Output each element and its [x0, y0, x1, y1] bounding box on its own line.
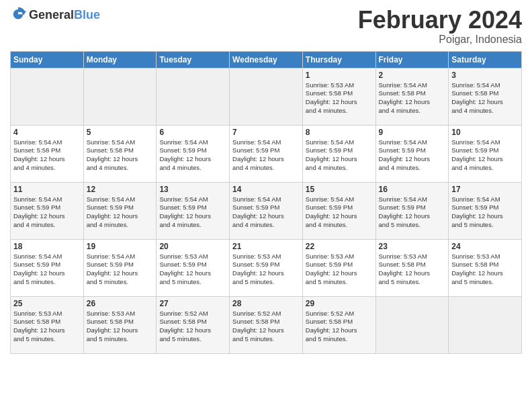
- cell-info: Sunrise: 5:54 AM Sunset: 5:59 PM Dayligh…: [451, 138, 519, 173]
- day-number: 5: [87, 128, 154, 137]
- calendar-table: SundayMondayTuesdayWednesdayThursdayFrid…: [10, 51, 522, 354]
- calendar-cell: 5Sunrise: 5:54 AM Sunset: 5:58 PM Daylig…: [83, 125, 157, 182]
- day-number: 8: [306, 128, 373, 137]
- weekday-header-thursday: Thursday: [302, 51, 375, 68]
- calendar-cell: 10Sunrise: 5:54 AM Sunset: 5:59 PM Dayli…: [449, 125, 522, 182]
- cell-info: Sunrise: 5:53 AM Sunset: 5:58 PM Dayligh…: [13, 310, 81, 344]
- calendar-week-row: 4Sunrise: 5:54 AM Sunset: 5:58 PM Daylig…: [11, 125, 522, 182]
- calendar-cell: [83, 68, 157, 125]
- day-number: 11: [13, 185, 81, 194]
- day-number: 16: [379, 185, 446, 194]
- day-number: 18: [13, 242, 81, 251]
- day-number: 19: [87, 242, 154, 251]
- calendar-cell: 25Sunrise: 5:53 AM Sunset: 5:58 PM Dayli…: [11, 296, 84, 353]
- cell-info: Sunrise: 5:54 AM Sunset: 5:58 PM Dayligh…: [379, 81, 446, 116]
- day-number: 6: [159, 128, 226, 137]
- cell-info: Sunrise: 5:53 AM Sunset: 5:59 PM Dayligh…: [306, 253, 373, 287]
- calendar-cell: [375, 296, 449, 353]
- calendar-cell: 18Sunrise: 5:54 AM Sunset: 5:59 PM Dayli…: [11, 239, 84, 296]
- cell-info: Sunrise: 5:54 AM Sunset: 5:59 PM Dayligh…: [379, 138, 446, 173]
- calendar-cell: 24Sunrise: 5:53 AM Sunset: 5:58 PM Dayli…: [449, 239, 522, 296]
- weekday-header-row: SundayMondayTuesdayWednesdayThursdayFrid…: [11, 51, 522, 68]
- cell-info: Sunrise: 5:54 AM Sunset: 5:58 PM Dayligh…: [451, 81, 519, 116]
- cell-info: Sunrise: 5:54 AM Sunset: 5:59 PM Dayligh…: [13, 195, 81, 230]
- calendar-cell: 15Sunrise: 5:54 AM Sunset: 5:59 PM Dayli…: [302, 182, 375, 239]
- day-number: 15: [306, 185, 373, 194]
- calendar-week-row: 11Sunrise: 5:54 AM Sunset: 5:59 PM Dayli…: [11, 182, 522, 239]
- cell-info: Sunrise: 5:54 AM Sunset: 5:59 PM Dayligh…: [159, 138, 226, 173]
- calendar-cell: [157, 68, 230, 125]
- calendar-cell: 20Sunrise: 5:53 AM Sunset: 5:59 PM Dayli…: [157, 239, 230, 296]
- day-number: 24: [451, 242, 519, 251]
- cell-info: Sunrise: 5:54 AM Sunset: 5:59 PM Dayligh…: [87, 195, 154, 230]
- weekday-header-monday: Monday: [83, 51, 157, 68]
- logo-blue: Blue: [74, 8, 100, 21]
- calendar-cell: [11, 68, 84, 125]
- weekday-header-saturday: Saturday: [449, 51, 522, 68]
- weekday-header-friday: Friday: [375, 51, 449, 68]
- cell-info: Sunrise: 5:53 AM Sunset: 5:58 PM Dayligh…: [87, 310, 154, 344]
- cell-info: Sunrise: 5:54 AM Sunset: 5:59 PM Dayligh…: [159, 195, 226, 230]
- logo-icon: [10, 7, 26, 23]
- calendar-cell: 23Sunrise: 5:53 AM Sunset: 5:58 PM Dayli…: [375, 239, 449, 296]
- page-header: GeneralBlue February 2024 Poigar, Indone…: [10, 7, 522, 46]
- day-number: 10: [451, 128, 519, 137]
- day-number: 13: [159, 185, 226, 194]
- cell-info: Sunrise: 5:54 AM Sunset: 5:59 PM Dayligh…: [379, 195, 446, 230]
- calendar-cell: 21Sunrise: 5:53 AM Sunset: 5:59 PM Dayli…: [230, 239, 303, 296]
- cell-info: Sunrise: 5:54 AM Sunset: 5:58 PM Dayligh…: [13, 138, 81, 173]
- calendar-week-row: 1Sunrise: 5:53 AM Sunset: 5:58 PM Daylig…: [11, 68, 522, 125]
- calendar-cell: [449, 296, 522, 353]
- day-number: 17: [451, 185, 519, 194]
- calendar-cell: 1Sunrise: 5:53 AM Sunset: 5:58 PM Daylig…: [302, 68, 375, 125]
- cell-info: Sunrise: 5:53 AM Sunset: 5:58 PM Dayligh…: [379, 253, 446, 287]
- calendar-cell: 9Sunrise: 5:54 AM Sunset: 5:59 PM Daylig…: [375, 125, 449, 182]
- calendar-cell: 16Sunrise: 5:54 AM Sunset: 5:59 PM Dayli…: [375, 182, 449, 239]
- day-number: 21: [232, 242, 300, 251]
- cell-info: Sunrise: 5:53 AM Sunset: 5:58 PM Dayligh…: [306, 81, 373, 116]
- day-number: 25: [13, 299, 81, 308]
- month-year-title: February 2024: [358, 7, 522, 34]
- calendar-cell: 13Sunrise: 5:54 AM Sunset: 5:59 PM Dayli…: [157, 182, 230, 239]
- calendar-cell: 12Sunrise: 5:54 AM Sunset: 5:59 PM Dayli…: [83, 182, 157, 239]
- cell-info: Sunrise: 5:53 AM Sunset: 5:59 PM Dayligh…: [232, 253, 300, 287]
- calendar-cell: 22Sunrise: 5:53 AM Sunset: 5:59 PM Dayli…: [302, 239, 375, 296]
- day-number: 1: [306, 71, 373, 80]
- day-number: 23: [379, 242, 446, 251]
- cell-info: Sunrise: 5:54 AM Sunset: 5:59 PM Dayligh…: [306, 195, 373, 230]
- cell-info: Sunrise: 5:54 AM Sunset: 5:59 PM Dayligh…: [13, 253, 81, 287]
- cell-info: Sunrise: 5:53 AM Sunset: 5:59 PM Dayligh…: [159, 253, 226, 287]
- cell-info: Sunrise: 5:52 AM Sunset: 5:58 PM Dayligh…: [306, 310, 373, 344]
- weekday-header-sunday: Sunday: [11, 51, 84, 68]
- calendar-cell: 7Sunrise: 5:54 AM Sunset: 5:59 PM Daylig…: [230, 125, 303, 182]
- calendar-cell: 11Sunrise: 5:54 AM Sunset: 5:59 PM Dayli…: [11, 182, 84, 239]
- calendar-cell: 28Sunrise: 5:52 AM Sunset: 5:58 PM Dayli…: [230, 296, 303, 353]
- day-number: 4: [13, 128, 81, 137]
- cell-info: Sunrise: 5:54 AM Sunset: 5:59 PM Dayligh…: [306, 138, 373, 173]
- cell-info: Sunrise: 5:54 AM Sunset: 5:59 PM Dayligh…: [232, 138, 300, 173]
- logo-general: General: [29, 8, 74, 21]
- day-number: 20: [159, 242, 226, 251]
- day-number: 2: [379, 71, 446, 80]
- cell-info: Sunrise: 5:52 AM Sunset: 5:58 PM Dayligh…: [232, 310, 300, 344]
- day-number: 26: [87, 299, 154, 308]
- day-number: 3: [451, 71, 519, 80]
- weekday-header-tuesday: Tuesday: [157, 51, 230, 68]
- day-number: 14: [232, 185, 300, 194]
- cell-info: Sunrise: 5:54 AM Sunset: 5:59 PM Dayligh…: [451, 195, 519, 230]
- calendar-week-row: 25Sunrise: 5:53 AM Sunset: 5:58 PM Dayli…: [11, 296, 522, 353]
- calendar-cell: 29Sunrise: 5:52 AM Sunset: 5:58 PM Dayli…: [302, 296, 375, 353]
- calendar-cell: 3Sunrise: 5:54 AM Sunset: 5:58 PM Daylig…: [449, 68, 522, 125]
- cell-info: Sunrise: 5:54 AM Sunset: 5:59 PM Dayligh…: [87, 253, 154, 287]
- calendar-cell: 4Sunrise: 5:54 AM Sunset: 5:58 PM Daylig…: [11, 125, 84, 182]
- title-area: February 2024 Poigar, Indonesia: [358, 7, 522, 46]
- logo-text: GeneralBlue: [29, 8, 100, 22]
- day-number: 22: [306, 242, 373, 251]
- day-number: 7: [232, 128, 300, 137]
- calendar-cell: 27Sunrise: 5:52 AM Sunset: 5:58 PM Dayli…: [157, 296, 230, 353]
- calendar-cell: 8Sunrise: 5:54 AM Sunset: 5:59 PM Daylig…: [302, 125, 375, 182]
- cell-info: Sunrise: 5:53 AM Sunset: 5:58 PM Dayligh…: [451, 253, 519, 287]
- logo: GeneralBlue: [10, 7, 100, 23]
- day-number: 28: [232, 299, 300, 308]
- calendar-cell: 26Sunrise: 5:53 AM Sunset: 5:58 PM Dayli…: [83, 296, 157, 353]
